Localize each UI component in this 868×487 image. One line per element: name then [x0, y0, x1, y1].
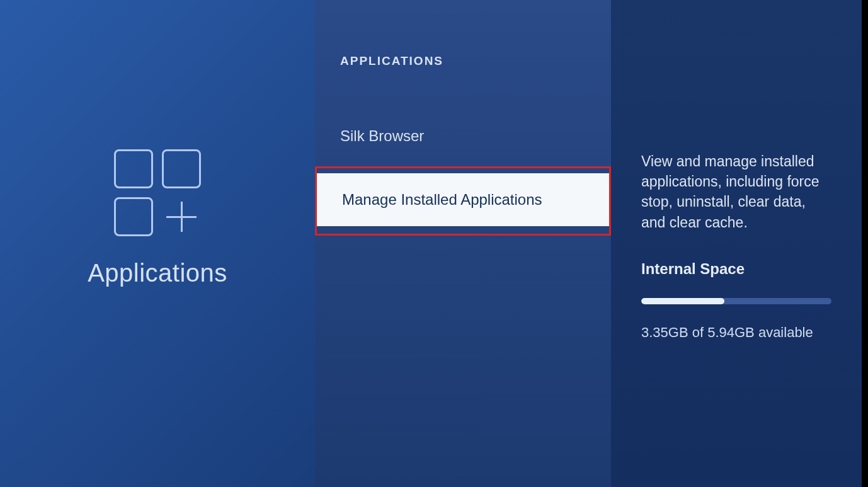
- category-label: Applications: [88, 259, 227, 287]
- detail-panel: View and manage installed applications, …: [611, 0, 862, 487]
- settings-menu-panel: APPLICATIONS Silk Browser Manage Install…: [315, 0, 611, 487]
- category-side-panel: Applications: [0, 0, 315, 487]
- grid-square-icon: [114, 197, 153, 236]
- storage-progress-bar: [641, 298, 831, 304]
- storage-detail-text: 3.35GB of 5.94GB available: [641, 324, 831, 341]
- plus-icon: [162, 197, 201, 236]
- section-header: APPLICATIONS: [315, 54, 611, 68]
- grid-square-icon: [162, 149, 201, 188]
- menu-item-silk-browser[interactable]: Silk Browser: [315, 115, 611, 158]
- applications-icon: [114, 149, 201, 236]
- item-description: View and manage installed applications, …: [641, 151, 831, 232]
- screen-edge: [862, 0, 868, 487]
- menu-item-manage-installed-applications[interactable]: Manage Installed Applications: [317, 173, 609, 226]
- storage-heading: Internal Space: [641, 260, 831, 278]
- grid-square-icon: [114, 149, 153, 188]
- annotation-highlight: Manage Installed Applications: [315, 166, 611, 236]
- storage-progress-fill: [641, 298, 724, 304]
